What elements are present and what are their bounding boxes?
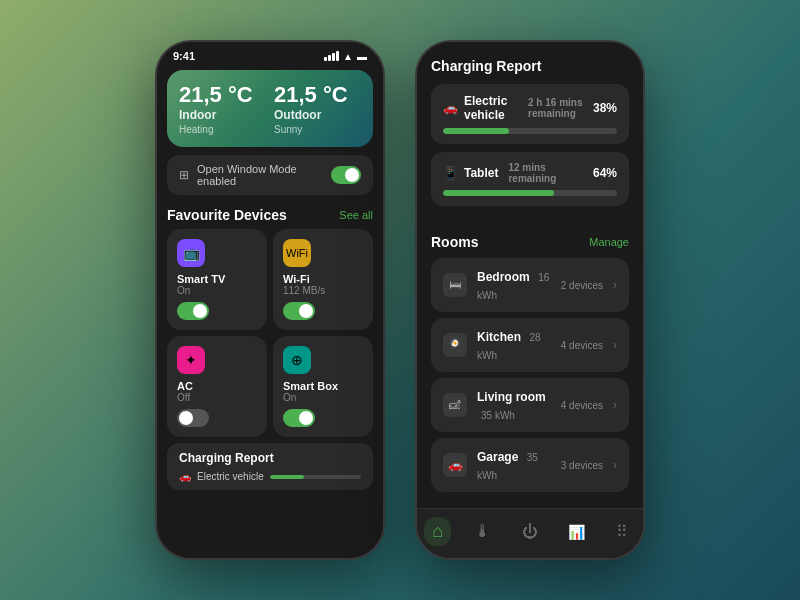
device-card-smartbox[interactable]: ⊕ Smart Box On	[273, 336, 373, 437]
smartbox-name: Smart Box	[283, 380, 363, 392]
ac-name: AC	[177, 380, 257, 392]
charging-ev-name: 🚗 Electric vehicle 2 h 16 mins remaining	[443, 94, 593, 122]
ev-icon: 🚗	[443, 101, 458, 115]
living-name: Living room	[477, 390, 546, 404]
home-icon: ⌂	[432, 521, 443, 542]
tablet-progress-bar	[443, 190, 617, 196]
room-bedroom[interactable]: 🛏 Bedroom 16 kWh 2 devices ›	[431, 258, 629, 312]
charging-report-section: Charging Report 🚗 Electric vehicle 2 h 1…	[417, 42, 643, 224]
charging-tablet-header: 📱 Tablet 12 mins remaining 64%	[443, 162, 617, 184]
charging-report-title: Charging Report	[431, 58, 629, 74]
tablet-progress-fill	[443, 190, 554, 196]
smartbox-status: On	[283, 392, 363, 403]
devices-grid: 📺 Smart TV On WiFi Wi-Fi 112 MB/s ✦ AC O…	[157, 229, 383, 437]
living-chevron: ›	[613, 398, 617, 412]
rooms-title: Rooms	[431, 234, 478, 250]
right-screen: Charging Report 🚗 Electric vehicle 2 h 1…	[417, 42, 643, 558]
ev-time: 2 h 16 mins remaining	[528, 97, 593, 119]
window-mode-row[interactable]: ⊞ Open Window Mode enabled	[167, 155, 373, 195]
status-icons: ▲ ▬	[324, 51, 367, 62]
charging-tablet: 📱 Tablet 12 mins remaining 64%	[431, 152, 629, 206]
garage-name: Garage	[477, 450, 518, 464]
see-all-link[interactable]: See all	[339, 209, 373, 221]
favourite-header: Favourite Devices See all	[157, 203, 383, 229]
phones-container: 9:41 ▲ ▬ 21,5 °C Indoor Hea	[155, 40, 645, 560]
tablet-icon: 📱	[443, 166, 458, 180]
window-mode-toggle[interactable]	[331, 166, 361, 184]
garage-icon: 🚗	[443, 453, 467, 477]
ev-fill-mini	[270, 475, 305, 479]
smarttv-icon: 📺	[177, 239, 205, 267]
living-icon: 🛋	[443, 393, 467, 417]
rooms-header: Rooms Manage	[431, 234, 629, 250]
bedroom-icon: 🛏	[443, 273, 467, 297]
smartbox-icon: ⊕	[283, 346, 311, 374]
device-card-ac[interactable]: ✦ AC Off	[167, 336, 267, 437]
wifi-device-status: 112 MB/s	[283, 285, 363, 296]
wifi-toggle[interactable]	[283, 302, 315, 320]
nav-devices[interactable]: ⠿	[608, 518, 636, 545]
time-label: 9:41	[173, 50, 195, 62]
tablet-time: 12 mins remaining	[508, 162, 593, 184]
smarttv-status: On	[177, 285, 257, 296]
wifi-device-name: Wi-Fi	[283, 273, 363, 285]
window-mode-label-area: ⊞ Open Window Mode enabled	[179, 163, 331, 187]
ev-progress-fill	[443, 128, 509, 134]
room-kitchen[interactable]: 🍳 Kitchen 28 kWh 4 devices ›	[431, 318, 629, 372]
living-info: Living room 35 kWh	[477, 387, 551, 423]
living-kwh: 35 kWh	[481, 410, 515, 421]
bedroom-devices: 2 devices	[561, 280, 603, 291]
window-icon: ⊞	[179, 168, 189, 182]
device-card-wifi[interactable]: WiFi Wi-Fi 112 MB/s	[273, 229, 373, 330]
charging-mini: Charging Report 🚗 Electric vehicle	[167, 443, 373, 490]
indoor-sub: Heating	[179, 124, 266, 135]
smartbox-toggle[interactable]	[283, 409, 315, 427]
nav-power[interactable]: ⏻	[514, 519, 546, 545]
status-bar: 9:41 ▲ ▬	[157, 42, 383, 66]
nav-temperature[interactable]: 🌡	[466, 517, 500, 546]
power-icon: ⏻	[522, 523, 538, 541]
outdoor-label: Outdoor	[274, 108, 361, 122]
window-mode-label: Open Window Mode enabled	[197, 163, 331, 187]
kitchen-devices: 4 devices	[561, 340, 603, 351]
bottom-nav: ⌂ 🌡 ⏻ 📊 ⠿	[417, 508, 643, 558]
kitchen-chevron: ›	[613, 338, 617, 352]
left-screen: 9:41 ▲ ▬ 21,5 °C Indoor Hea	[157, 42, 383, 558]
wifi-device-icon: WiFi	[283, 239, 311, 267]
weather-indoor: 21,5 °C Indoor Heating	[179, 82, 266, 135]
wifi-icon: ▲	[343, 51, 353, 62]
charging-mini-title: Charging Report	[179, 451, 361, 465]
stats-icon: 📊	[568, 524, 585, 540]
charging-tablet-name: 📱 Tablet 12 mins remaining	[443, 162, 593, 184]
garage-chevron: ›	[613, 458, 617, 472]
outdoor-sub: Sunny	[274, 124, 361, 135]
kitchen-name: Kitchen	[477, 330, 521, 344]
favourite-title: Favourite Devices	[167, 207, 287, 223]
ac-toggle[interactable]	[177, 409, 209, 427]
weather-card: 21,5 °C Indoor Heating 21,5 °C Outdoor S…	[167, 70, 373, 147]
nav-home[interactable]: ⌂	[424, 517, 451, 546]
smarttv-name: Smart TV	[177, 273, 257, 285]
ev-pct: 38%	[593, 101, 617, 115]
rooms-section: Rooms Manage 🛏 Bedroom 16 kWh 2 devices …	[417, 224, 643, 508]
battery-icon: ▬	[357, 51, 367, 62]
garage-info: Garage 35 kWh	[477, 447, 551, 483]
room-living[interactable]: 🛋 Living room 35 kWh 4 devices ›	[431, 378, 629, 432]
signal-icon	[324, 51, 339, 61]
bedroom-chevron: ›	[613, 278, 617, 292]
charging-ev-header: 🚗 Electric vehicle 2 h 16 mins remaining…	[443, 94, 617, 122]
rooms-manage[interactable]: Manage	[589, 236, 629, 248]
ev-name-mini: Electric vehicle	[197, 471, 264, 482]
bedroom-name: Bedroom	[477, 270, 530, 284]
kitchen-info: Kitchen 28 kWh	[477, 327, 551, 363]
room-garage[interactable]: 🚗 Garage 35 kWh 3 devices ›	[431, 438, 629, 492]
devices-icon: ⠿	[616, 522, 628, 541]
ev-progress-mini	[270, 475, 361, 479]
nav-stats[interactable]: 📊	[560, 520, 593, 544]
bedroom-info: Bedroom 16 kWh	[477, 267, 551, 303]
ev-icon-mini: 🚗	[179, 471, 191, 482]
device-card-smarttv[interactable]: 📺 Smart TV On	[167, 229, 267, 330]
weather-outdoor: 21,5 °C Outdoor Sunny	[274, 82, 361, 135]
living-devices: 4 devices	[561, 400, 603, 411]
smarttv-toggle[interactable]	[177, 302, 209, 320]
